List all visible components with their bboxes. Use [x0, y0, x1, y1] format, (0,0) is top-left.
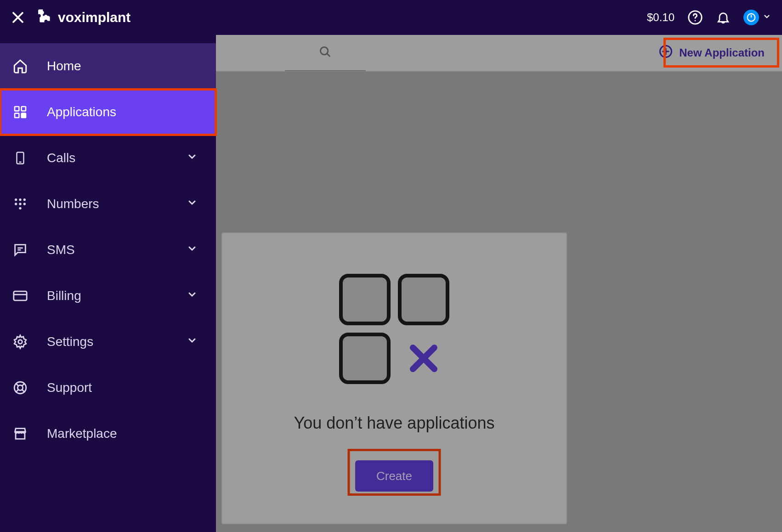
sidebar-item-numbers[interactable]: Numbers [0, 181, 216, 227]
new-application-label: New Application [679, 46, 765, 59]
topbar-right: $0.10 [647, 10, 771, 25]
svg-point-3 [695, 20, 696, 22]
svg-point-17 [23, 203, 26, 205]
sidebar-item-calls[interactable]: Calls [0, 135, 216, 181]
sidebar-item-label: Support [47, 380, 92, 395]
message-icon [12, 242, 28, 258]
svg-rect-8 [15, 113, 19, 118]
svg-line-26 [16, 383, 18, 386]
svg-line-29 [16, 390, 18, 392]
sidebar-item-label: Calls [47, 151, 75, 165]
sidebar: Home Applications Calls Numbers [0, 35, 216, 532]
svg-point-15 [15, 203, 17, 205]
avatar [743, 10, 759, 25]
sidebar-item-label: SMS [47, 243, 75, 257]
svg-point-25 [17, 385, 23, 390]
svg-rect-7 [22, 107, 26, 111]
sidebar-item-home[interactable]: Home [0, 43, 216, 89]
sidebar-item-settings[interactable]: Settings [0, 319, 216, 365]
sidebar-item-label: Billing [47, 289, 81, 303]
create-button[interactable]: Create [355, 460, 433, 492]
sidebar-item-label: Numbers [47, 197, 99, 211]
svg-point-23 [18, 340, 23, 344]
chevron-down-icon [187, 197, 198, 211]
applications-icon [12, 104, 28, 120]
gear-icon [12, 334, 28, 350]
store-icon [12, 425, 28, 442]
svg-line-27 [22, 390, 25, 392]
empty-state-card: You don’t have applications Create [221, 232, 567, 524]
chevron-down-icon [187, 151, 198, 165]
sidebar-item-label: Marketplace [47, 426, 117, 441]
svg-point-12 [15, 198, 17, 201]
main-area: New Application You don’t have applicati… [216, 35, 782, 532]
toolbar: New Application [216, 35, 782, 72]
search-input[interactable] [285, 35, 366, 71]
svg-point-18 [19, 207, 21, 209]
svg-line-31 [327, 54, 330, 57]
chevron-down-icon [763, 12, 771, 23]
svg-point-16 [19, 203, 21, 205]
sidebar-item-sms[interactable]: SMS [0, 227, 216, 273]
topbar-left: voximplant [11, 8, 130, 27]
phone-icon [12, 150, 28, 166]
svg-rect-9 [22, 113, 26, 118]
empty-applications-icon [339, 274, 449, 384]
sidebar-item-billing[interactable]: Billing [0, 273, 216, 319]
sidebar-item-label: Applications [47, 105, 116, 119]
chevron-down-icon [187, 243, 198, 257]
empty-state-title: You don’t have applications [294, 413, 494, 433]
chevron-down-icon [187, 334, 198, 349]
svg-rect-21 [14, 291, 27, 300]
sidebar-item-support[interactable]: Support [0, 365, 216, 411]
home-icon [12, 58, 28, 74]
topbar: voximplant $0.10 [0, 0, 782, 35]
brand-logo[interactable]: voximplant [36, 8, 130, 27]
lifebuoy-icon [12, 379, 28, 396]
search-icon [319, 45, 332, 60]
sidebar-item-label: Settings [47, 334, 93, 349]
svg-point-14 [23, 198, 26, 201]
balance-amount[interactable]: $0.10 [647, 11, 674, 24]
chevron-down-icon [187, 289, 198, 303]
close-button[interactable] [11, 11, 25, 24]
plus-circle-icon [659, 45, 673, 61]
sidebar-item-label: Home [47, 59, 81, 74]
svg-line-28 [22, 383, 25, 386]
new-application-button[interactable]: New Application [652, 40, 771, 66]
help-button[interactable] [687, 10, 703, 25]
puzzle-icon [36, 8, 52, 27]
svg-rect-6 [15, 107, 19, 111]
sidebar-item-applications[interactable]: Applications [0, 89, 216, 135]
account-menu[interactable] [743, 10, 771, 25]
notifications-button[interactable] [716, 10, 731, 25]
svg-point-13 [19, 198, 21, 201]
brand-name: voximplant [58, 10, 130, 25]
sidebar-item-marketplace[interactable]: Marketplace [0, 411, 216, 457]
dialpad-icon [12, 196, 28, 212]
card-icon [12, 288, 28, 304]
